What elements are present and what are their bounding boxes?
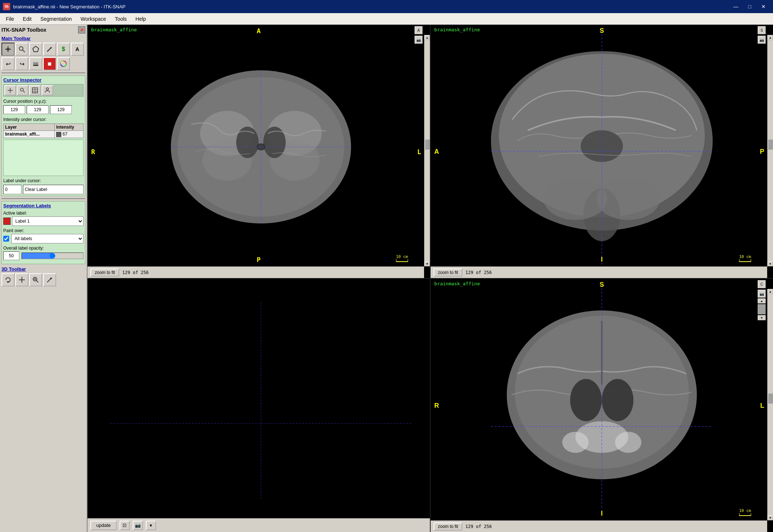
cursor-z-field[interactable] <box>50 105 72 114</box>
tool-zoom[interactable] <box>15 43 28 56</box>
col-intensity: Intensity <box>55 124 83 131</box>
sagittal-corner-icon[interactable]: S <box>758 26 766 34</box>
toolbox-panel: ITK-SNAP Toolbox 📌 Main Toolbar $ A ↩ ↪ <box>0 25 88 532</box>
paint-over-dropdown[interactable]: All labels <box>11 234 83 243</box>
axial-camera-icon[interactable]: 📷 <box>415 36 423 44</box>
menu-workspace[interactable]: Workspace <box>76 15 110 23</box>
3d-tool-zoom[interactable] <box>29 273 42 286</box>
toolbar-3d-section: 3D Toolbar <box>1 266 85 286</box>
3d-camera-icon[interactable]: 📷 <box>133 521 143 530</box>
coronal-scroll-right-up[interactable]: ▲ <box>758 298 766 304</box>
tool-seg[interactable]: ■ <box>43 57 56 70</box>
menu-help[interactable]: Help <box>131 15 151 23</box>
svg-line-15 <box>23 91 25 93</box>
sagittal-scroll-thumb[interactable] <box>768 139 773 149</box>
sagittal-top-letter: S <box>599 27 604 35</box>
sagittal-zoom-to-fit[interactable]: zoom to fit <box>434 269 462 277</box>
update-button[interactable]: update <box>90 521 117 530</box>
svg-line-6 <box>47 48 51 51</box>
coronal-scrollbar[interactable]: ▲ ▼ <box>767 289 773 520</box>
axial-zoom-to-fit[interactable]: zoom to fit <box>90 269 119 277</box>
viewport-3d[interactable]: update ⊡ 📷 ▼ <box>88 279 430 532</box>
3d-dropdown-icon[interactable]: ▼ <box>146 521 156 530</box>
paint-over-checkbox[interactable] <box>3 236 9 242</box>
3d-tool-rotate[interactable] <box>1 273 15 286</box>
3d-icon1[interactable]: ⊡ <box>120 521 130 530</box>
3d-tool-annotate[interactable] <box>43 273 56 286</box>
tool-color[interactable] <box>57 57 70 70</box>
viewport-coronal[interactable]: brainmask_affine S I R L 10 cm ▲ <box>431 279 773 532</box>
3d-tool-crosshair[interactable] <box>15 273 28 286</box>
label-id-field[interactable] <box>3 185 22 194</box>
svg-rect-8 <box>33 65 38 66</box>
viewport-sagittal[interactable]: brainmask_affine S I A P 10 cm ▲ <box>431 25 773 278</box>
inspector-crosshair[interactable] <box>4 85 16 95</box>
coronal-scroll-right-down[interactable]: ▼ <box>758 315 766 320</box>
coronal-scroll-thumb[interactable] <box>768 393 773 403</box>
cursor-inspector: Cursor Inspector Cursor position (x,y,z)… <box>1 75 85 196</box>
coronal-scroll-up[interactable]: ▲ <box>768 289 773 294</box>
intensity-empty-area <box>3 140 83 176</box>
label-name-field[interactable] <box>23 185 83 194</box>
tool-annotation[interactable]: A <box>71 43 84 56</box>
axial-scroll-down[interactable]: ▼ <box>424 261 430 266</box>
coronal-cam-icon[interactable]: 📷 <box>758 290 766 298</box>
col-layer: Layer <box>4 124 55 131</box>
menu-file[interactable]: File <box>1 15 19 23</box>
intensity-label: Intensity under cursor: <box>3 117 83 122</box>
active-label-dropdown[interactable]: Label 1 <box>12 216 83 226</box>
cursor-y-field[interactable] <box>27 105 48 114</box>
layer-intensity: 67 <box>55 131 83 138</box>
svg-point-7 <box>50 47 52 48</box>
viewport-axial[interactable]: brainmask_affine A P R L 10 cm ▲ <box>88 25 430 278</box>
axial-scrollbar[interactable]: ▲ ▼ <box>424 35 430 266</box>
coronal-ruler: 10 cm <box>739 508 751 516</box>
maximize-button[interactable]: □ <box>743 1 756 12</box>
sagittal-scroll-up[interactable]: ▲ <box>768 35 773 40</box>
title-bar: 🧠 brainmask_affine.nii - New Segmentatio… <box>0 0 773 13</box>
inspector-toolbar <box>3 84 83 97</box>
opacity-value-field[interactable] <box>3 251 19 260</box>
coronal-corner-icon[interactable]: C <box>758 280 766 288</box>
label-under-cursor-label: Label under cursor: <box>3 178 83 183</box>
coronal-scroll-down[interactable]: ▼ <box>768 515 773 520</box>
inspector-person[interactable] <box>42 85 53 95</box>
segmentation-labels-section: Segmentation Labels Active label: Label … <box>1 201 85 264</box>
sagittal-cam-icon[interactable]: 📷 <box>758 36 766 44</box>
sagittal-scrollbar[interactable]: ▲ ▼ <box>767 35 773 266</box>
tool-livewire[interactable]: $ <box>57 43 70 56</box>
tool-layers[interactable] <box>29 57 42 70</box>
axial-slice-info: 129 of 256 <box>122 270 148 275</box>
inspector-zoom[interactable] <box>17 85 28 95</box>
minimize-button[interactable]: — <box>729 1 742 12</box>
tool-polygon[interactable] <box>29 43 42 56</box>
menu-segmentation[interactable]: Segmentation <box>36 15 76 23</box>
inspector-table[interactable] <box>29 85 41 95</box>
coronal-zoom-to-fit[interactable]: zoom to fit <box>434 523 462 531</box>
layer-name: brainmask_affi... <box>4 131 55 138</box>
sagittal-right-letter: P <box>760 148 764 155</box>
sagittal-label: brainmask_affine <box>434 27 480 32</box>
tool-crosshair[interactable] <box>1 43 15 56</box>
tool-paint[interactable] <box>43 43 56 56</box>
opacity-label: Overall label opacity: <box>3 246 83 251</box>
menu-edit[interactable]: Edit <box>19 15 36 23</box>
menu-tools[interactable]: Tools <box>110 15 131 23</box>
toolbox-pin-button[interactable]: 📌 <box>78 26 85 34</box>
3d-bottom-bar: update ⊡ 📷 ▼ <box>88 518 430 532</box>
sagittal-scroll-down[interactable]: ▼ <box>768 261 773 266</box>
axial-scroll-thumb[interactable] <box>425 139 430 149</box>
close-button[interactable]: ✕ <box>757 1 770 12</box>
coronal-right-scroll-thumb[interactable] <box>758 304 766 314</box>
axial-scroll-up[interactable]: ▲ <box>424 35 430 40</box>
seg-labels-title: Segmentation Labels <box>3 203 83 208</box>
opacity-slider[interactable] <box>22 253 83 259</box>
tool-redo[interactable]: ↪ <box>15 57 28 70</box>
cursor-x-field[interactable] <box>3 105 25 114</box>
tool-undo[interactable]: ↩ <box>1 57 15 70</box>
axial-corner-icon[interactable]: A <box>415 26 423 34</box>
coronal-slice-info: 129 of 256 <box>465 524 492 529</box>
coronal-right-letter: L <box>760 402 764 409</box>
app-icon: 🧠 <box>3 3 10 10</box>
sagittal-ruler-label: 10 cm <box>739 254 751 259</box>
